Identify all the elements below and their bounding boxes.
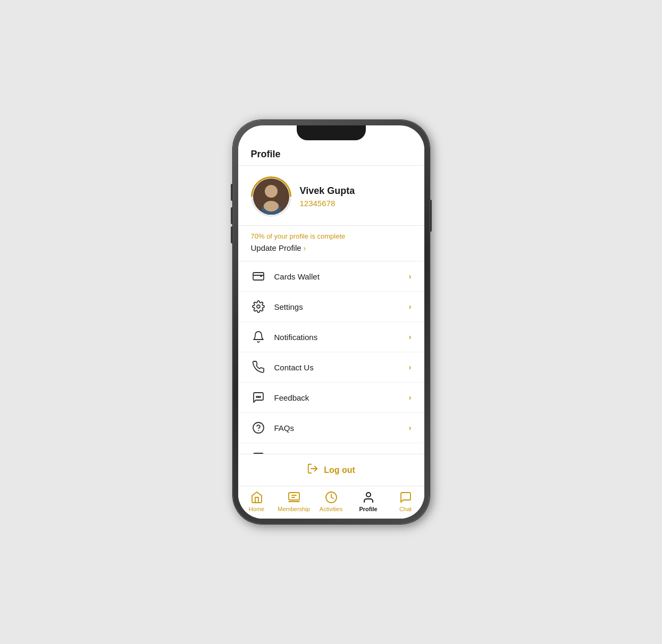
svg-rect-4 — [253, 273, 264, 280]
menu-arrow-feedback: › — [409, 393, 412, 402]
nav-item-chat[interactable]: Chat — [387, 490, 424, 512]
chat-icon — [399, 490, 413, 504]
menu-item-faqs[interactable]: FAQs › — [238, 413, 424, 443]
logout-section[interactable]: Log out — [238, 454, 424, 486]
avatar — [253, 179, 289, 215]
screen-content: Profile Vivek — [238, 125, 424, 519]
bottom-nav: Home Membership — [238, 486, 424, 519]
nav-label-chat: Chat — [399, 506, 412, 512]
svg-point-9 — [253, 422, 264, 433]
svg-point-7 — [258, 396, 259, 397]
wallet-icon — [251, 269, 266, 284]
user-name: Vivek Gupta — [300, 185, 412, 197]
nav-label-profile: Profile — [359, 506, 377, 512]
menu-label-contact-us: Contact Us — [274, 363, 400, 372]
menu-label-settings: Settings — [274, 302, 400, 311]
menu-item-settings[interactable]: Settings › — [238, 292, 424, 322]
faq-icon — [251, 420, 266, 435]
update-profile-link[interactable]: Update Profile › — [251, 243, 412, 252]
menu-label-notifications: Notifications — [274, 333, 400, 342]
phone-icon — [251, 360, 266, 375]
menu-arrow-cards-wallet: › — [409, 272, 412, 281]
page-title: Profile — [251, 149, 281, 159]
nav-label-home: Home — [249, 506, 264, 512]
svg-point-3 — [264, 201, 279, 211]
svg-point-1 — [265, 185, 278, 198]
membership-icon — [287, 490, 301, 504]
nav-label-activities: Activities — [320, 506, 342, 512]
user-id: 12345678 — [300, 199, 412, 208]
settings-icon — [251, 299, 266, 314]
phone-frame: Profile Vivek — [233, 120, 430, 524]
update-profile-arrow: › — [304, 244, 306, 252]
nav-label-membership: Membership — [278, 506, 310, 512]
progress-text: 70% of your profile is complete — [251, 232, 412, 240]
svg-rect-16 — [289, 493, 299, 500]
activities-icon — [324, 490, 338, 504]
menu-arrow-faqs: › — [409, 423, 412, 432]
home-icon — [250, 490, 264, 504]
nav-item-membership[interactable]: Membership — [275, 490, 313, 512]
menu-item-about-us[interactable]: About Us › — [238, 443, 424, 454]
menu-item-feedback[interactable]: Feedback › — [238, 383, 424, 413]
menu-item-contact-us[interactable]: Contact Us › — [238, 352, 424, 383]
menu-item-cards-wallet[interactable]: Cards Wallet › — [238, 261, 424, 292]
menu-item-notifications[interactable]: Notifications › — [238, 322, 424, 352]
avatar-container — [251, 176, 291, 217]
nav-item-home[interactable]: Home — [238, 490, 275, 512]
menu-label-cards-wallet: Cards Wallet — [274, 272, 400, 281]
notch — [297, 125, 366, 140]
nav-item-profile[interactable]: Profile — [350, 490, 387, 512]
svg-point-5 — [257, 305, 260, 308]
profile-icon — [362, 490, 375, 504]
menu-label-faqs: FAQs — [274, 423, 400, 433]
menu-label-feedback: Feedback — [274, 393, 400, 402]
user-info: Vivek Gupta 12345678 — [300, 185, 412, 208]
menu-arrow-notifications: › — [409, 333, 412, 341]
svg-point-8 — [259, 396, 261, 397]
logout-label: Log out — [324, 465, 355, 475]
menu-list: Cards Wallet › Settings › — [238, 261, 424, 454]
feedback-icon — [251, 390, 266, 405]
svg-point-6 — [256, 396, 257, 397]
bell-icon — [251, 329, 266, 344]
update-profile-label: Update Profile — [251, 243, 301, 252]
menu-arrow-contact-us: › — [409, 363, 412, 371]
logout-icon — [307, 463, 319, 477]
progress-section: 70% of your profile is complete Update P… — [238, 226, 424, 261]
menu-arrow-settings: › — [409, 302, 412, 311]
phone-screen: Profile Vivek — [238, 125, 424, 519]
svg-point-21 — [366, 493, 371, 497]
page-header: Profile — [238, 140, 424, 165]
avatar-image — [253, 179, 289, 215]
profile-section: Vivek Gupta 12345678 — [238, 166, 424, 225]
nav-item-activities[interactable]: Activities — [313, 490, 350, 512]
